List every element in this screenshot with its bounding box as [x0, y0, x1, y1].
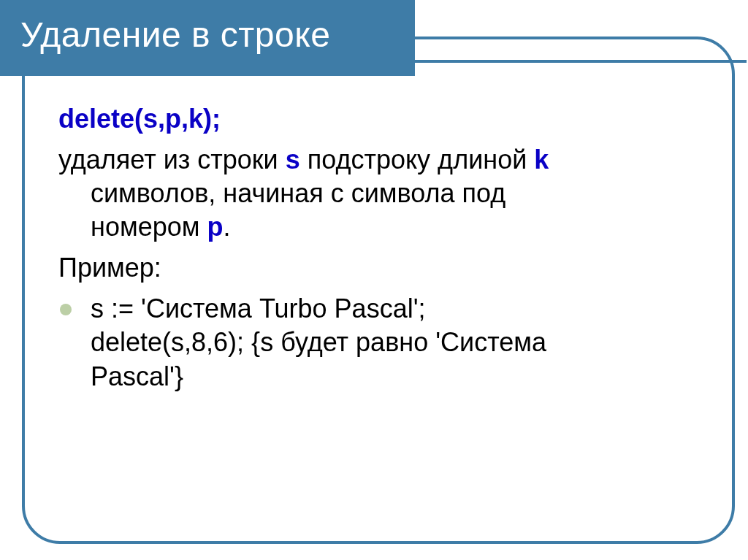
desc-mid1: подстроку длиной — [300, 145, 535, 174]
body-text: delete(s,p,k); удаляет из строки s подст… — [58, 102, 704, 401]
desc-line-3: номером p. — [58, 210, 704, 244]
desc-p: p — [207, 212, 223, 242]
title-band: Удаление в строке — [0, 0, 748, 76]
desc-line-2: символов, начиная с символа под — [58, 177, 704, 210]
desc-s: s — [286, 145, 300, 174]
desc-line3a: номером — [91, 212, 207, 242]
example-line-2: delete(s,8,6); {s будет равно 'Система — [91, 326, 704, 359]
example-line-1: s := 'Система Turbo Pascal'; — [91, 292, 704, 326]
example-line-3: Pascal'} — [91, 360, 704, 394]
desc-end: . — [223, 212, 230, 242]
example-label: Пример: — [58, 251, 704, 285]
desc-pre: удаляет из строки — [58, 145, 286, 174]
bullet-dot-icon — [60, 304, 72, 315]
func-sig: delete(s,p,k); — [58, 104, 221, 134]
slide-title: Удаление в строке — [20, 15, 330, 55]
desc-line-1: удаляет из строки s подстроку длиной k — [58, 143, 704, 177]
slide: Удаление в строке delete(s,p,k); удаляет… — [0, 0, 748, 560]
function-signature: delete(s,p,k); — [58, 102, 704, 136]
desc-k: k — [534, 145, 549, 174]
example-block: s := 'Система Turbo Pascal'; delete(s,8,… — [58, 292, 704, 393]
description: удаляет из строки s подстроку длиной k с… — [58, 143, 704, 244]
title-rule — [0, 60, 747, 63]
